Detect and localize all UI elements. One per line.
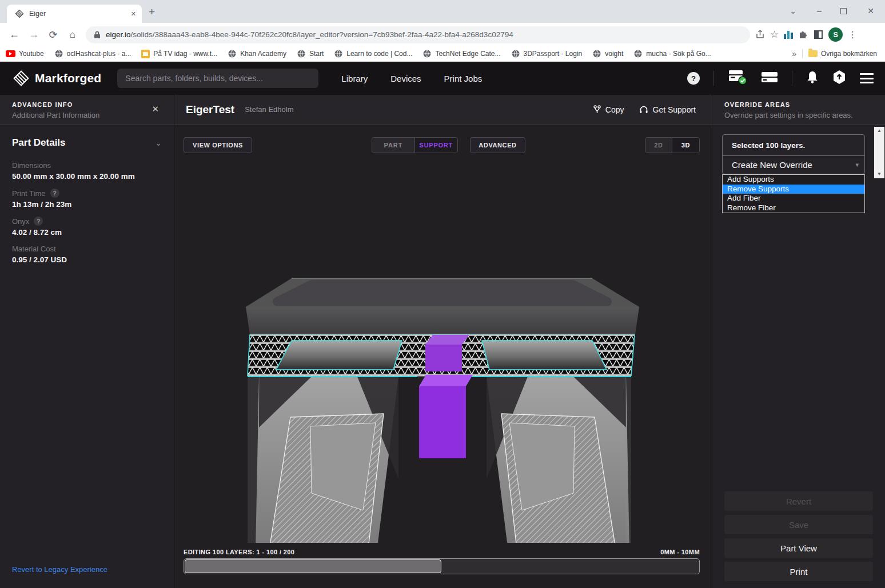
field-value: 0.95 / 2.07 USD — [12, 255, 162, 264]
tab-part[interactable]: PART — [372, 138, 415, 153]
url-text: eiger.io/solids/388aaa43-eab8-4bee-944c-… — [106, 30, 513, 39]
globe-icon — [297, 49, 306, 58]
divider — [713, 71, 714, 86]
other-bookmarks-button[interactable]: Övriga bokmärken — [808, 50, 877, 58]
nav-library[interactable]: Library — [341, 74, 368, 83]
bookmark-item[interactable]: Khan Academy — [228, 49, 286, 58]
help-icon[interactable]: ? — [50, 189, 59, 198]
tab-close-icon[interactable]: ✕ — [131, 10, 136, 18]
bookmark-item[interactable]: Start — [297, 49, 324, 58]
window-maximize-button[interactable] — [840, 8, 847, 14]
printer-ready-icon[interactable] — [728, 69, 747, 87]
selected-layers-label: Selected 100 layers. — [723, 135, 864, 156]
editing-layers-label: EDITING 100 LAYERS: 1 - 100 / 200 — [184, 549, 294, 555]
advanced-button[interactable]: ADVANCED — [470, 137, 525, 153]
browser-tab[interactable]: Eiger ✕ — [7, 5, 142, 23]
override-dropdown-list: Add Supports Remove Supports Add Fiber R… — [722, 174, 865, 213]
browser-menu-kebab-icon[interactable]: ⋮ — [848, 29, 857, 40]
layer-editor-viewport: VIEW OPTIONS PART SUPPORT ADVANCED 2D 3D — [174, 125, 712, 588]
bookmarks-overflow-button[interactable]: » — [792, 49, 796, 58]
extension-sidepanel-icon[interactable] — [814, 30, 823, 39]
height-range-label: 0MM - 10MM — [660, 549, 700, 555]
home-button[interactable]: ⌂ — [63, 29, 82, 41]
reload-button[interactable]: ⟳ — [43, 29, 63, 41]
3d-model-view[interactable] — [174, 159, 712, 543]
field-value: 50.00 mm x 30.00 mm x 20.00 mm — [12, 172, 162, 181]
revert-button[interactable]: Revert — [724, 491, 873, 511]
updates-hexagon-icon[interactable] — [832, 70, 846, 87]
print-button[interactable]: Print — [724, 562, 873, 581]
option-add-supports[interactable]: Add Supports — [723, 175, 864, 185]
revert-legacy-link[interactable]: Revert to Legacy Experience — [12, 565, 107, 574]
part-view-button[interactable]: Part View — [724, 538, 873, 558]
window-close-button[interactable]: ✕ — [862, 5, 879, 17]
part-name: EigerTest — [186, 103, 234, 116]
section-title: Part Details — [12, 137, 66, 149]
get-support-button[interactable]: Get Support — [639, 105, 696, 114]
pocket-right — [487, 377, 630, 543]
extension-chart-icon[interactable] — [784, 31, 793, 39]
nav-devices[interactable]: Devices — [390, 74, 421, 83]
field-label: Material Cost — [12, 245, 162, 253]
back-button[interactable]: ← — [5, 29, 24, 41]
share-icon[interactable] — [755, 30, 765, 39]
bookmark-item[interactable]: Learn to code | Cod... — [334, 49, 412, 58]
part-support-toggle: PART SUPPORT — [372, 137, 458, 153]
app-menu-icon[interactable] — [860, 73, 874, 83]
option-remove-fiber[interactable]: Remove Fiber — [723, 203, 864, 213]
extensions-puzzle-icon[interactable] — [798, 30, 808, 40]
scroll-up-icon[interactable]: ▲ — [877, 127, 882, 135]
bookmark-item[interactable]: På TV idag - www.t... — [141, 50, 217, 58]
print-bed-icon[interactable] — [761, 71, 778, 86]
bookmark-item[interactable]: mucha - Sök på Go... — [633, 49, 711, 58]
notifications-bell-icon[interactable] — [806, 70, 819, 86]
forward-button[interactable]: → — [24, 29, 43, 41]
tab-2d[interactable]: 2D — [645, 138, 672, 153]
option-remove-supports[interactable]: Remove Supports — [723, 185, 864, 194]
tab-search-chevron-icon[interactable]: ⌄ — [784, 5, 802, 17]
browser-toolbar: ← → ⟳ ⌂ eiger.io/solids/388aaa43-eab8-4b… — [0, 23, 885, 46]
bookmarks-bar: Youtube oclHashcat-plus - a... På TV ida… — [0, 46, 885, 62]
globe-icon — [334, 49, 343, 58]
bookmark-item[interactable]: TechNet Edge Cate... — [422, 49, 500, 58]
help-icon[interactable]: ? — [34, 217, 43, 226]
markforged-logo[interactable]: Markforged — [13, 70, 101, 87]
override-areas-panel: OVERRIDE AREAS Override part settings in… — [712, 95, 885, 588]
youtube-icon — [6, 50, 15, 57]
bookmark-star-icon[interactable]: ☆ — [770, 29, 779, 41]
globe-icon — [633, 49, 643, 58]
layer-range-selection[interactable] — [185, 559, 441, 573]
nav-print-jobs[interactable]: Print Jobs — [444, 74, 483, 83]
divider — [792, 71, 792, 86]
save-button[interactable]: Save — [724, 515, 873, 534]
avatar[interactable]: S — [828, 27, 843, 42]
tab-support[interactable]: SUPPORT — [415, 138, 458, 153]
address-bar[interactable]: eiger.io/solids/388aaa43-eab8-4bee-944c-… — [86, 26, 750, 43]
part-owner: Stefan Edholm — [245, 105, 293, 114]
divider — [802, 49, 803, 58]
new-tab-button[interactable]: + — [149, 7, 155, 17]
bookmark-item[interactable]: oclHashcat-plus - a... — [54, 49, 131, 58]
bookmark-item[interactable]: 3DPassport - Login — [511, 49, 583, 58]
scroll-down-icon[interactable]: ▼ — [877, 170, 882, 178]
caret-down-icon: ▾ — [855, 161, 859, 169]
part-details-header[interactable]: Part Details ⌄ — [12, 137, 162, 149]
close-icon[interactable]: ✕ — [152, 104, 159, 114]
help-icon[interactable]: ? — [687, 72, 700, 85]
create-override-select[interactable]: Create New Override ▾ — [723, 156, 864, 174]
markforged-icon — [13, 70, 30, 87]
view-options-button[interactable]: VIEW OPTIONS — [184, 137, 252, 153]
layer-range-slider[interactable] — [184, 558, 700, 574]
bookmark-item[interactable]: voight — [592, 49, 623, 58]
field-value: 1h 13m / 2h 23m — [12, 200, 162, 209]
part-title-bar: EigerTest Stefan Edholm Copy Get Support — [174, 95, 712, 125]
chevron-down-icon[interactable]: ⌄ — [155, 138, 162, 147]
search-input[interactable] — [117, 69, 318, 88]
window-minimize-button[interactable]: – — [811, 5, 828, 17]
option-add-fiber[interactable]: Add Fiber — [723, 194, 864, 203]
copy-button[interactable]: Copy — [593, 105, 624, 114]
panel-scrollbar[interactable]: ▲ ▼ — [874, 127, 884, 178]
globe-icon — [54, 49, 63, 58]
tab-3d[interactable]: 3D — [672, 138, 699, 153]
bookmark-item[interactable]: Youtube — [6, 50, 44, 58]
